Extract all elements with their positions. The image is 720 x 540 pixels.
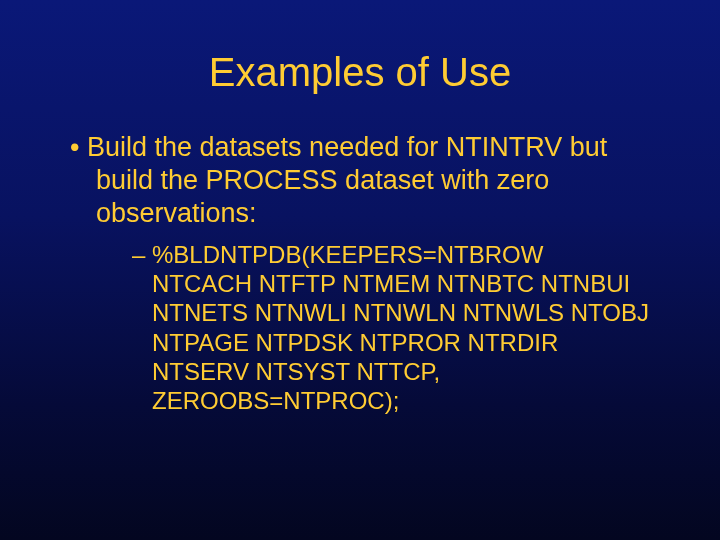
slide-title: Examples of Use <box>70 50 650 95</box>
bullet-sub: %BLDNTPDB(KEEPERS=NTBROW NTCACH NTFTP NT… <box>70 240 650 416</box>
slide: Examples of Use Build the datasets neede… <box>0 0 720 540</box>
bullet-main: Build the datasets needed for NTINTRV bu… <box>70 131 650 230</box>
